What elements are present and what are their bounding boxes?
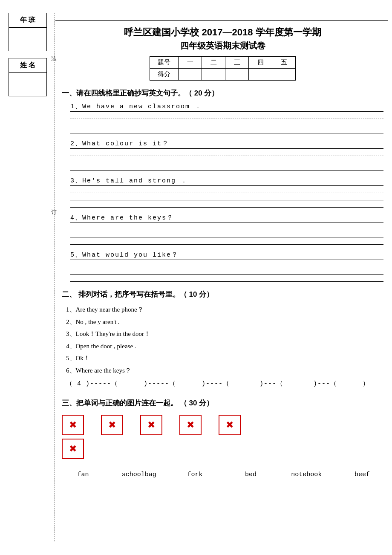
- sentence-block-1: 1、We have a new classroom ．: [70, 102, 383, 133]
- dialog-answer-row: （ 4 )-----（ )-----（ )----（ )---（ )---（ ）: [66, 378, 383, 390]
- left-sidebar: 年 班 姓 名: [4, 13, 51, 96]
- broken-img-icon-5: ✖: [226, 419, 233, 431]
- score-header-tihao: 题号: [150, 57, 179, 69]
- sentence-block-4: 4、Where are the keys？: [70, 214, 383, 245]
- exam-page: 年 班 姓 名 装 订 呼兰区建国小学校 2017—2018 学年度第一学期 四…: [0, 0, 392, 555]
- year-class-label: 年 班: [9, 13, 47, 28]
- word-bed: bed: [233, 471, 268, 478]
- sentence-text-1: 1、We have a new classroom ．: [70, 102, 383, 110]
- score-cell-4: [249, 69, 272, 81]
- section2-header: 二、 排列对话，把序号写在括号里。（ 10 分）: [62, 289, 383, 299]
- score-header-4: 四: [249, 57, 272, 69]
- broken-img-icon-6: ✖: [69, 443, 77, 454]
- broken-img-icon-2: ✖: [108, 419, 116, 431]
- title-line2: 四年级英语期末测试卷: [62, 39, 383, 52]
- word-schoolbag: schoolbag: [122, 471, 156, 478]
- broken-img-icon-1: ✖: [69, 419, 77, 431]
- broken-image-5: ✖: [219, 415, 241, 435]
- sentence-text-4: 4、Where are the keys？: [70, 214, 383, 222]
- score-header-2: 二: [202, 57, 225, 69]
- title-line1: 呼兰区建国小学校 2017—2018 学年度第一学期: [62, 25, 383, 39]
- dialog-line-2: 2、No , the y aren't .: [66, 316, 383, 328]
- score-cell-2: [202, 69, 225, 81]
- sentence-block-2: 2、What colour is it？: [70, 139, 383, 171]
- score-cell-3: [225, 69, 249, 81]
- word-fan: fan: [66, 471, 100, 478]
- dialog-line-6: 6、Where are the keys？: [66, 364, 383, 377]
- section1-header: 一、请在四线格里正确抄写英文句子。（ 20 分）: [62, 88, 383, 98]
- score-row-label: 得分: [150, 69, 179, 81]
- dialog-line-4: 4、Open the door , please .: [66, 340, 383, 353]
- broken-image-1: ✖: [62, 415, 84, 435]
- main-content: 呼兰区建国小学校 2017—2018 学年度第一学期 四年级英语期末测试卷 题号…: [62, 21, 383, 478]
- score-cell-5: [272, 69, 296, 81]
- dialog-line-1: 1、Are they near the phone？: [66, 304, 383, 316]
- bind-mark-zhuang: 装: [50, 51, 58, 55]
- title-area: 呼兰区建国小学校 2017—2018 学年度第一学期 四年级英语期末测试卷: [62, 25, 383, 52]
- broken-image-3: ✖: [140, 415, 162, 435]
- word-notebook: notebook: [289, 471, 323, 478]
- sentence-text-3: 3、He's tall and strong ．: [70, 176, 383, 185]
- sentence-text-2: 2、What colour is it？: [70, 139, 383, 147]
- score-cell-1: [179, 69, 202, 81]
- broken-image-2: ✖: [101, 415, 123, 435]
- broken-img-icon-3: ✖: [147, 419, 155, 431]
- bind-mark-ding: 订: [50, 205, 58, 208]
- dialog-section: 1、Are they near the phone？ 2、No , the y …: [66, 304, 383, 390]
- binding-dotted-line: [54, 13, 55, 541]
- score-header-1: 一: [179, 57, 202, 69]
- word-fork: fork: [178, 471, 212, 478]
- sentence-block-3: 3、He's tall and strong ．: [70, 176, 383, 208]
- image-row-1: ✖ ✖ ✖ ✖ ✖: [62, 415, 383, 435]
- name-label: 姓 名: [9, 58, 47, 73]
- sentence-block-5: 5、What would you like？: [70, 251, 383, 282]
- image-row-2: ✖: [62, 439, 383, 459]
- broken-image-6: ✖: [62, 439, 84, 459]
- word-row: fan schoolbag fork bed notebook beef: [62, 471, 383, 478]
- sentence-text-5: 5、What would you like？: [70, 251, 383, 259]
- dialog-line-3: 3、Look！They're in the door！: [66, 328, 383, 340]
- broken-img-icon-4: ✖: [187, 419, 194, 431]
- broken-image-4: ✖: [179, 415, 202, 435]
- name-input-area: [9, 73, 47, 96]
- word-beef: beef: [345, 471, 379, 478]
- section3-header: 三、把单词与正确的图片连在一起。 （ 30 分）: [62, 398, 383, 408]
- year-class-input-area: [9, 28, 47, 51]
- score-header-3: 三: [225, 57, 249, 69]
- dialog-line-5: 5、Ok！: [66, 352, 383, 364]
- score-header-5: 五: [272, 57, 296, 69]
- score-table: 题号 一 二 三 四 五 得分: [150, 56, 296, 81]
